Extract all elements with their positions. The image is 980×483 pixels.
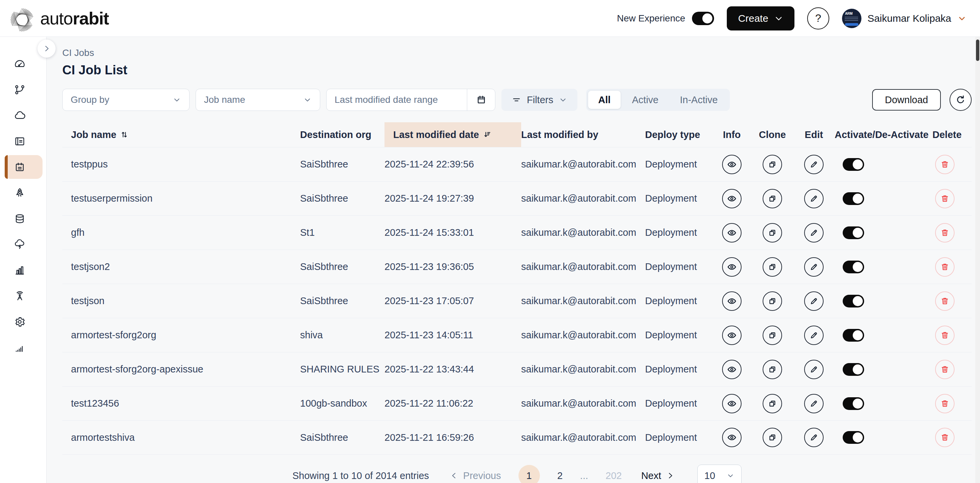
table-row[interactable]: test123456 100gb-sandbox 2025-11-22 11:0…	[62, 386, 972, 420]
info-button[interactable]	[722, 189, 741, 208]
sidebar-item-broadcast[interactable]	[0, 283, 46, 309]
clone-button[interactable]	[763, 394, 782, 413]
clone-button[interactable]	[763, 428, 782, 447]
activate-toggle[interactable]	[843, 295, 864, 308]
activate-toggle[interactable]	[843, 363, 864, 376]
activate-toggle[interactable]	[843, 397, 864, 410]
tab-all[interactable]: All	[588, 91, 620, 109]
filters-button[interactable]: Filters	[501, 89, 578, 111]
info-button[interactable]	[722, 155, 741, 174]
info-button[interactable]	[722, 428, 741, 447]
delete-button[interactable]	[935, 360, 955, 379]
delete-button[interactable]	[935, 155, 955, 174]
info-button[interactable]	[722, 326, 741, 345]
activate-toggle[interactable]	[843, 226, 864, 239]
info-button[interactable]	[722, 291, 741, 311]
info-button[interactable]	[722, 257, 741, 276]
sidebar-expand-button[interactable]	[38, 40, 56, 57]
column-header-deploy-type[interactable]: Deploy type	[645, 122, 712, 147]
scrollbar-thumb[interactable]	[976, 40, 979, 61]
delete-button[interactable]	[935, 428, 955, 447]
table-row[interactable]: armortest-sforg2org shiva 2025-11-23 14:…	[62, 318, 972, 352]
column-header-last-modified-date[interactable]: Last modified date	[385, 122, 521, 147]
delete-button[interactable]	[935, 326, 955, 345]
sidebar-item-cloud[interactable]	[0, 103, 46, 128]
sidebar-item-deploy[interactable]	[0, 180, 46, 206]
delete-button[interactable]	[935, 189, 955, 208]
info-button[interactable]	[722, 360, 741, 379]
table-row[interactable]: armortest-sforg2org-apexissue SHARING RU…	[62, 352, 972, 386]
job-name-dropdown[interactable]: Job name	[196, 89, 320, 111]
page-button-2[interactable]: 2	[555, 470, 565, 481]
help-button[interactable]: ?	[807, 7, 829, 30]
clone-button[interactable]	[763, 360, 782, 379]
edit-button[interactable]	[804, 326, 824, 345]
edit-button[interactable]	[804, 291, 824, 311]
page-size-select[interactable]: 10	[697, 465, 741, 483]
edit-button[interactable]	[804, 257, 824, 276]
logo[interactable]: autorabit	[0, 4, 109, 33]
tab-active[interactable]: Active	[622, 91, 668, 109]
previous-page-button[interactable]: Previous	[448, 470, 503, 481]
activate-toggle[interactable]	[843, 192, 864, 205]
cell-destination-org: St1	[300, 216, 385, 249]
column-header-destination-org[interactable]: Destination org	[300, 122, 385, 147]
user-menu[interactable]: ARM Saikumar Kolipaka	[842, 9, 967, 28]
edit-button[interactable]	[804, 428, 824, 447]
activate-toggle[interactable]	[843, 158, 864, 171]
tab-inactive[interactable]: In-Active	[670, 91, 728, 109]
date-range-input[interactable]	[326, 89, 467, 111]
cell-last-modified-by: saikumar.k@autorabit.com	[521, 421, 645, 454]
delete-button[interactable]	[935, 257, 955, 276]
vertical-scrollbar[interactable]	[975, 37, 980, 483]
clone-button[interactable]	[763, 291, 782, 311]
sidebar-item-environment[interactable]	[0, 232, 46, 257]
edit-button[interactable]	[804, 360, 824, 379]
sidebar-item-insights[interactable]	[0, 335, 46, 361]
sidebar-item-settings[interactable]	[0, 309, 46, 335]
eye-icon	[727, 262, 737, 272]
page-button-last[interactable]: 202	[603, 470, 624, 481]
sidebar-item-version-control[interactable]	[0, 77, 46, 103]
download-button[interactable]: Download	[872, 89, 941, 111]
info-button[interactable]	[722, 394, 741, 413]
activate-toggle[interactable]	[843, 261, 864, 273]
delete-button[interactable]	[935, 394, 955, 413]
calendar-button[interactable]	[467, 89, 495, 111]
sidebar-item-reports[interactable]	[0, 257, 46, 283]
clone-button[interactable]	[763, 326, 782, 345]
table-row[interactable]: armortestshiva SaiSbthree 2025-11-21 16:…	[62, 420, 972, 454]
table-row[interactable]: testjson2 SaiSbthree 2025-11-23 19:36:05…	[62, 249, 972, 284]
edit-button[interactable]	[804, 189, 824, 208]
table-row[interactable]: testppus SaiSbthree 2025-11-24 22:39:56 …	[62, 147, 972, 181]
next-page-button[interactable]: Next	[639, 470, 676, 481]
table-row[interactable]: testuserpermission SaiSbthree 2025-11-24…	[62, 181, 972, 215]
table-row[interactable]: testjson SaiSbthree 2025-11-23 17:05:07 …	[62, 284, 972, 318]
edit-button[interactable]	[804, 394, 824, 413]
activate-toggle[interactable]	[843, 329, 864, 342]
sidebar-item-dashboard[interactable]	[0, 51, 46, 77]
info-button[interactable]	[722, 223, 741, 243]
column-header-last-modified-by[interactable]: Last modified by	[521, 122, 645, 147]
refresh-button[interactable]	[950, 89, 972, 111]
clone-button[interactable]	[763, 189, 782, 208]
breadcrumb[interactable]: CI Jobs	[62, 48, 972, 58]
clone-button[interactable]	[763, 257, 782, 276]
new-experience-toggle[interactable]	[692, 12, 714, 25]
page-button-1[interactable]: 1	[519, 465, 540, 483]
activate-toggle[interactable]	[843, 431, 864, 444]
storm-cloud-icon	[14, 238, 26, 251]
group-by-dropdown[interactable]: Group by	[62, 89, 189, 111]
edit-button[interactable]	[804, 155, 824, 174]
clone-button[interactable]	[763, 155, 782, 174]
sidebar-item-data[interactable]	[0, 206, 46, 232]
create-button[interactable]: Create	[727, 6, 794, 30]
edit-button[interactable]	[804, 223, 824, 243]
clone-button[interactable]	[763, 223, 782, 243]
delete-button[interactable]	[935, 223, 955, 243]
table-row[interactable]: gfh St1 2025-11-24 15:33:01 saikumar.k@a…	[62, 215, 972, 249]
column-header-job-name[interactable]: Job name	[62, 122, 300, 147]
sidebar-item-journal[interactable]	[0, 128, 46, 154]
delete-button[interactable]	[935, 291, 955, 311]
sidebar-item-ci-jobs[interactable]	[0, 154, 46, 180]
